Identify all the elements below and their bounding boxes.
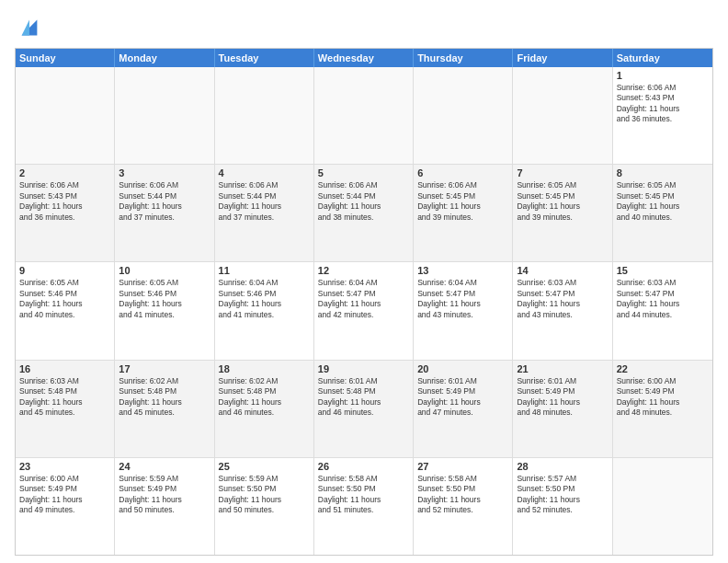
calendar-cell-3-4: 20Sunrise: 6:01 AM Sunset: 5:49 PM Dayli… [414, 361, 513, 457]
day-number: 11 [219, 265, 310, 276]
day-number: 15 [617, 265, 709, 276]
calendar-cell-1-1: 3Sunrise: 6:06 AM Sunset: 5:44 PM Daylig… [115, 165, 214, 261]
calendar-cell-3-6: 22Sunrise: 6:00 AM Sunset: 5:49 PM Dayli… [613, 361, 712, 457]
cell-text: Sunrise: 6:00 AM Sunset: 5:49 PM Dayligh… [19, 474, 110, 516]
calendar-cell-0-5 [513, 67, 612, 164]
calendar-cell-0-3 [314, 67, 414, 164]
calendar-cell-4-4: 27Sunrise: 5:58 AM Sunset: 5:50 PM Dayli… [414, 458, 513, 555]
day-number: 16 [19, 363, 110, 374]
day-number: 13 [417, 265, 508, 276]
header-day-monday: Monday [115, 49, 214, 67]
day-number: 28 [517, 461, 608, 472]
day-number: 27 [417, 461, 508, 472]
cell-text: Sunrise: 6:06 AM Sunset: 5:44 PM Dayligh… [318, 180, 409, 223]
day-number: 23 [19, 461, 110, 472]
calendar-cell-3-0: 16Sunrise: 6:03 AM Sunset: 5:48 PM Dayli… [16, 361, 115, 457]
calendar-cell-4-3: 26Sunrise: 5:58 AM Sunset: 5:50 PM Dayli… [314, 458, 414, 555]
cell-text: Sunrise: 6:05 AM Sunset: 5:46 PM Dayligh… [19, 278, 110, 320]
logo-icon [17, 15, 42, 40]
calendar-cell-4-6 [613, 458, 712, 555]
calendar-cell-2-3: 12Sunrise: 6:04 AM Sunset: 5:47 PM Dayli… [314, 262, 414, 359]
day-number: 10 [119, 265, 210, 276]
cell-text: Sunrise: 6:05 AM Sunset: 5:45 PM Dayligh… [517, 180, 608, 223]
cell-text: Sunrise: 5:58 AM Sunset: 5:50 PM Dayligh… [417, 474, 508, 516]
calendar-cell-4-5: 28Sunrise: 5:57 AM Sunset: 5:50 PM Dayli… [513, 458, 612, 555]
calendar-cell-2-4: 13Sunrise: 6:04 AM Sunset: 5:47 PM Dayli… [414, 262, 513, 359]
cell-text: Sunrise: 6:06 AM Sunset: 5:45 PM Dayligh… [417, 180, 508, 223]
cell-text: Sunrise: 5:57 AM Sunset: 5:50 PM Dayligh… [517, 474, 608, 516]
calendar-cell-0-0 [16, 67, 115, 164]
header-day-sunday: Sunday [16, 49, 115, 67]
cell-text: Sunrise: 6:06 AM Sunset: 5:43 PM Dayligh… [19, 180, 110, 223]
cell-text: Sunrise: 6:01 AM Sunset: 5:49 PM Dayligh… [517, 376, 608, 419]
calendar-row-0: 1Sunrise: 6:06 AM Sunset: 5:43 PM Daylig… [16, 67, 712, 165]
day-number: 3 [119, 167, 210, 178]
calendar-cell-1-4: 6Sunrise: 6:06 AM Sunset: 5:45 PM Daylig… [414, 165, 513, 261]
calendar-header: SundayMondayTuesdayWednesdayThursdayFrid… [16, 49, 712, 67]
calendar-cell-3-2: 18Sunrise: 6:02 AM Sunset: 5:48 PM Dayli… [215, 361, 314, 457]
header-day-saturday: Saturday [613, 49, 712, 67]
day-number: 26 [318, 461, 409, 472]
cell-text: Sunrise: 6:05 AM Sunset: 5:46 PM Dayligh… [119, 278, 210, 320]
day-number: 2 [19, 167, 110, 178]
logo [15, 15, 42, 40]
header-day-thursday: Thursday [414, 49, 513, 67]
page: SundayMondayTuesdayWednesdayThursdayFrid… [0, 0, 728, 563]
cell-text: Sunrise: 6:04 AM Sunset: 5:47 PM Dayligh… [318, 278, 409, 320]
calendar-cell-1-2: 4Sunrise: 6:06 AM Sunset: 5:44 PM Daylig… [215, 165, 314, 261]
cell-text: Sunrise: 6:02 AM Sunset: 5:48 PM Dayligh… [119, 376, 210, 419]
calendar-cell-4-2: 25Sunrise: 5:59 AM Sunset: 5:50 PM Dayli… [215, 458, 314, 555]
cell-text: Sunrise: 6:01 AM Sunset: 5:49 PM Dayligh… [417, 376, 508, 419]
day-number: 14 [517, 265, 608, 276]
calendar-cell-3-3: 19Sunrise: 6:01 AM Sunset: 5:48 PM Dayli… [314, 361, 414, 457]
calendar-row-3: 16Sunrise: 6:03 AM Sunset: 5:48 PM Dayli… [16, 361, 712, 458]
calendar: SundayMondayTuesdayWednesdayThursdayFrid… [15, 48, 713, 556]
day-number: 19 [318, 363, 409, 374]
calendar-cell-3-1: 17Sunrise: 6:02 AM Sunset: 5:48 PM Dayli… [115, 361, 214, 457]
calendar-cell-0-6: 1Sunrise: 6:06 AM Sunset: 5:43 PM Daylig… [613, 67, 712, 164]
calendar-cell-4-1: 24Sunrise: 5:59 AM Sunset: 5:49 PM Dayli… [115, 458, 214, 555]
calendar-cell-2-0: 9Sunrise: 6:05 AM Sunset: 5:46 PM Daylig… [16, 262, 115, 359]
calendar-cell-0-4 [414, 67, 513, 164]
day-number: 12 [318, 265, 409, 276]
svg-marker-1 [22, 20, 29, 36]
calendar-row-2: 9Sunrise: 6:05 AM Sunset: 5:46 PM Daylig… [16, 262, 712, 360]
day-number: 24 [119, 461, 210, 472]
calendar-cell-2-1: 10Sunrise: 6:05 AM Sunset: 5:46 PM Dayli… [115, 262, 214, 359]
cell-text: Sunrise: 5:59 AM Sunset: 5:49 PM Dayligh… [119, 474, 210, 516]
day-number: 18 [219, 363, 310, 374]
cell-text: Sunrise: 6:03 AM Sunset: 5:48 PM Dayligh… [19, 376, 110, 419]
cell-text: Sunrise: 6:00 AM Sunset: 5:49 PM Dayligh… [617, 376, 709, 419]
header-day-tuesday: Tuesday [215, 49, 314, 67]
calendar-cell-0-2 [215, 67, 314, 164]
calendar-body: 1Sunrise: 6:06 AM Sunset: 5:43 PM Daylig… [16, 67, 712, 555]
day-number: 20 [417, 363, 508, 374]
day-number: 7 [517, 167, 608, 178]
cell-text: Sunrise: 6:06 AM Sunset: 5:44 PM Dayligh… [119, 180, 210, 223]
cell-text: Sunrise: 5:58 AM Sunset: 5:50 PM Dayligh… [318, 474, 409, 516]
day-number: 22 [617, 363, 709, 374]
calendar-row-4: 23Sunrise: 6:00 AM Sunset: 5:49 PM Dayli… [16, 458, 712, 555]
header-day-wednesday: Wednesday [314, 49, 414, 67]
calendar-cell-2-6: 15Sunrise: 6:03 AM Sunset: 5:47 PM Dayli… [613, 262, 712, 359]
cell-text: Sunrise: 5:59 AM Sunset: 5:50 PM Dayligh… [219, 474, 310, 516]
day-number: 5 [318, 167, 409, 178]
day-number: 25 [219, 461, 310, 472]
calendar-row-1: 2Sunrise: 6:06 AM Sunset: 5:43 PM Daylig… [16, 165, 712, 262]
day-number: 21 [517, 363, 608, 374]
cell-text: Sunrise: 6:03 AM Sunset: 5:47 PM Dayligh… [617, 278, 709, 320]
cell-text: Sunrise: 6:04 AM Sunset: 5:47 PM Dayligh… [417, 278, 508, 320]
header [15, 15, 713, 40]
cell-text: Sunrise: 6:01 AM Sunset: 5:48 PM Dayligh… [318, 376, 409, 419]
cell-text: Sunrise: 6:06 AM Sunset: 5:44 PM Dayligh… [219, 180, 310, 223]
calendar-cell-2-5: 14Sunrise: 6:03 AM Sunset: 5:47 PM Dayli… [513, 262, 612, 359]
cell-text: Sunrise: 6:05 AM Sunset: 5:45 PM Dayligh… [617, 180, 709, 223]
calendar-cell-0-1 [115, 67, 214, 164]
day-number: 17 [119, 363, 210, 374]
header-day-friday: Friday [513, 49, 612, 67]
calendar-cell-1-5: 7Sunrise: 6:05 AM Sunset: 5:45 PM Daylig… [513, 165, 612, 261]
day-number: 1 [617, 70, 709, 81]
cell-text: Sunrise: 6:02 AM Sunset: 5:48 PM Dayligh… [219, 376, 310, 419]
day-number: 9 [19, 265, 110, 276]
calendar-cell-1-6: 8Sunrise: 6:05 AM Sunset: 5:45 PM Daylig… [613, 165, 712, 261]
